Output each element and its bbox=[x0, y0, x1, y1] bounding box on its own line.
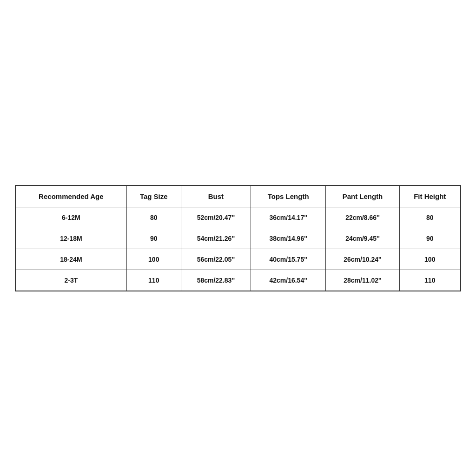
cell-age: 2-3T bbox=[16, 270, 127, 291]
cell-age: 6-12M bbox=[16, 207, 127, 228]
size-chart-table: Recommended Age Tag Size Bust Tops Lengt… bbox=[15, 185, 461, 291]
size-chart-container: Recommended Age Tag Size Bust Tops Lengt… bbox=[15, 185, 461, 291]
cell-tag-size: 90 bbox=[126, 228, 181, 249]
header-pant-length: Pant Length bbox=[326, 185, 399, 207]
cell-tops-length: 36cm/14.17'' bbox=[251, 207, 326, 228]
cell-bust: 58cm/22.83'' bbox=[181, 270, 251, 291]
header-fit-height: Fit Height bbox=[399, 185, 460, 207]
cell-age: 12-18M bbox=[16, 228, 127, 249]
table-row: 6-12M8052cm/20.47''36cm/14.17''22cm/8.66… bbox=[16, 207, 461, 228]
cell-tag-size: 100 bbox=[126, 249, 181, 270]
cell-tag-size: 80 bbox=[126, 207, 181, 228]
cell-fit-height: 90 bbox=[399, 228, 460, 249]
cell-bust: 54cm/21.26'' bbox=[181, 228, 251, 249]
cell-bust: 56cm/22.05'' bbox=[181, 249, 251, 270]
table-row: 2-3T11058cm/22.83''42cm/16.54''28cm/11.0… bbox=[16, 270, 461, 291]
cell-pant-length: 22cm/8.66'' bbox=[326, 207, 399, 228]
cell-fit-height: 80 bbox=[399, 207, 460, 228]
cell-bust: 52cm/20.47'' bbox=[181, 207, 251, 228]
table-row: 18-24M10056cm/22.05''40cm/15.75''26cm/10… bbox=[16, 249, 461, 270]
header-tops-length: Tops Length bbox=[251, 185, 326, 207]
header-tag-size: Tag Size bbox=[126, 185, 181, 207]
cell-pant-length: 28cm/11.02'' bbox=[326, 270, 399, 291]
header-bust: Bust bbox=[181, 185, 251, 207]
cell-pant-length: 24cm/9.45'' bbox=[326, 228, 399, 249]
table-header-row: Recommended Age Tag Size Bust Tops Lengt… bbox=[16, 185, 461, 207]
cell-fit-height: 110 bbox=[399, 270, 460, 291]
cell-tops-length: 38cm/14.96'' bbox=[251, 228, 326, 249]
cell-age: 18-24M bbox=[16, 249, 127, 270]
cell-pant-length: 26cm/10.24'' bbox=[326, 249, 399, 270]
table-row: 12-18M9054cm/21.26''38cm/14.96''24cm/9.4… bbox=[16, 228, 461, 249]
header-recommended-age: Recommended Age bbox=[16, 185, 127, 207]
cell-tag-size: 110 bbox=[126, 270, 181, 291]
cell-tops-length: 40cm/15.75'' bbox=[251, 249, 326, 270]
cell-fit-height: 100 bbox=[399, 249, 460, 270]
cell-tops-length: 42cm/16.54'' bbox=[251, 270, 326, 291]
